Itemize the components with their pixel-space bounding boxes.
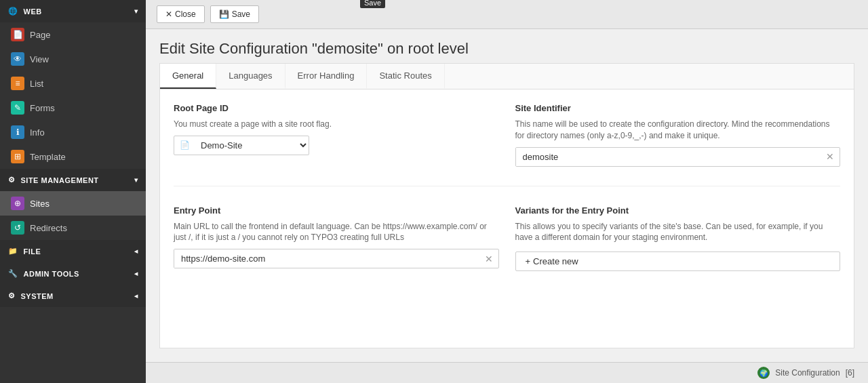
save-label: Save bbox=[232, 9, 250, 19]
close-label: Close bbox=[175, 9, 196, 19]
entry-point-clear-button[interactable]: ✕ bbox=[479, 251, 498, 267]
sidebar-item-page-label: Page bbox=[30, 30, 50, 40]
sidebar-item-forms[interactable]: ✎ Forms bbox=[0, 96, 146, 120]
close-button[interactable]: ✕ Close bbox=[157, 5, 205, 23]
tab-error-handling[interactable]: Error Handling bbox=[285, 64, 368, 89]
web-chevron-icon: ▾ bbox=[134, 7, 138, 15]
root-page-id-select[interactable]: Demo-Site bbox=[195, 136, 309, 155]
footer-label: Site Configuration bbox=[775, 368, 840, 378]
system-chevron-icon: ◂ bbox=[134, 292, 138, 300]
sidebar-item-view-label: View bbox=[30, 54, 49, 64]
page-icon: 📄 bbox=[11, 28, 24, 41]
sidebar-section-admin-tools[interactable]: 🔧 ADMIN TOOLS ◂ bbox=[0, 262, 146, 285]
root-page-id-label: Root Page ID bbox=[174, 103, 499, 113]
sidebar-item-view[interactable]: 👁 View bbox=[0, 47, 146, 71]
site-identifier-input[interactable] bbox=[516, 148, 821, 166]
sidebar-item-sites-label: Sites bbox=[30, 199, 50, 209]
content-area: General Languages Error Handling Static … bbox=[159, 63, 854, 348]
template-icon: ⊞ bbox=[11, 150, 24, 163]
variants-label: Variants for the Entry Point bbox=[515, 205, 841, 216]
sidebar-item-info-label: Info bbox=[30, 127, 45, 138]
site-management-section-icon: ⚙ bbox=[8, 176, 16, 184]
page-select-icon: 📄 bbox=[174, 136, 195, 154]
sidebar-section-file[interactable]: 📁 FILE ◂ bbox=[0, 240, 146, 262]
footer-site-icon: 🌍 bbox=[757, 367, 770, 379]
sidebar-item-list-label: List bbox=[30, 79, 43, 89]
forms-icon: ✎ bbox=[11, 101, 24, 115]
sidebar-section-system-label: SYSTEM bbox=[21, 292, 54, 300]
sidebar-item-page[interactable]: 📄 Page bbox=[0, 22, 146, 47]
file-chevron-icon: ◂ bbox=[134, 247, 138, 255]
form-section-variants: Variants for the Entry Point This allows… bbox=[515, 205, 841, 272]
create-new-icon: + bbox=[526, 256, 531, 266]
toolbar: ✕ Close 💾 Save Save bbox=[146, 0, 868, 29]
footer-count: [6] bbox=[846, 368, 854, 378]
web-section-icon: 🌐 bbox=[8, 7, 18, 16]
sidebar-item-template[interactable]: ⊞ Template bbox=[0, 144, 146, 169]
entry-point-input-wrapper: ✕ bbox=[174, 249, 499, 268]
site-identifier-label: Site Identifier bbox=[515, 103, 841, 113]
form-section-site-identifier: Site Identifier This name will be used t… bbox=[515, 103, 841, 167]
variants-description: This allows you to specify variants of t… bbox=[515, 221, 841, 244]
sidebar-item-redirects[interactable]: ↺ Redirects bbox=[0, 216, 146, 240]
admin-tools-chevron-icon: ◂ bbox=[134, 270, 138, 277]
tab-static-routes[interactable]: Static Routes bbox=[367, 64, 444, 89]
entry-point-input[interactable] bbox=[174, 249, 479, 268]
file-section-icon: 📁 bbox=[8, 247, 18, 256]
site-identifier-clear-button[interactable]: ✕ bbox=[821, 148, 840, 165]
list-icon: ≡ bbox=[11, 77, 24, 90]
create-new-label: Create new bbox=[533, 256, 578, 266]
create-new-button[interactable]: + Create new bbox=[515, 251, 841, 271]
sidebar-section-web[interactable]: 🌐 WEB ▾ bbox=[0, 0, 146, 22]
close-icon: ✕ bbox=[165, 9, 172, 19]
sidebar-section-site-management[interactable]: ⚙ SITE MANAGEMENT ▾ bbox=[0, 169, 146, 191]
redirects-icon: ↺ bbox=[11, 221, 24, 235]
view-icon: 👁 bbox=[11, 52, 24, 66]
site-identifier-input-wrapper: ✕ bbox=[515, 147, 841, 167]
sidebar-item-redirects-label: Redirects bbox=[30, 223, 67, 233]
info-icon: ℹ bbox=[11, 125, 24, 139]
tab-general[interactable]: General bbox=[160, 64, 216, 89]
save-tooltip: Save bbox=[360, 0, 385, 8]
sidebar-item-list[interactable]: ≡ List bbox=[0, 71, 146, 96]
form-divider bbox=[174, 186, 840, 186]
tab-languages[interactable]: Languages bbox=[216, 64, 285, 89]
admin-tools-section-icon: 🔧 bbox=[8, 269, 18, 278]
footer-bar: 🌍 Site Configuration [6] bbox=[146, 362, 868, 383]
form-section-entry-point: Entry Point Main URL to call the fronten… bbox=[174, 205, 499, 272]
entry-point-description: Main URL to call the frontend in default… bbox=[174, 221, 499, 244]
sidebar-section-system[interactable]: ⚙ SYSTEM ◂ bbox=[0, 285, 146, 307]
page-title: Edit Site Configuration "demosite" on ro… bbox=[146, 29, 868, 63]
sidebar-item-sites[interactable]: ⊕ Sites bbox=[0, 191, 146, 216]
sidebar-section-admin-tools-label: ADMIN TOOLS bbox=[24, 270, 79, 278]
root-page-id-select-wrapper: 📄 Demo-Site bbox=[174, 136, 309, 155]
sidebar-item-template-label: Template bbox=[30, 152, 66, 162]
site-identifier-description: This name will be used to create the con… bbox=[515, 119, 841, 142]
save-icon: 💾 bbox=[219, 9, 229, 19]
sidebar-section-site-management-label: SITE MANAGEMENT bbox=[21, 176, 99, 184]
form-section-root-page-id: Root Page ID You must create a page with… bbox=[174, 103, 499, 167]
sidebar: 🌐 WEB ▾ 📄 Page 👁 View ≡ List ✎ Forms ℹ I… bbox=[0, 0, 146, 383]
save-button[interactable]: 💾 Save bbox=[210, 5, 259, 23]
sidebar-section-file-label: FILE bbox=[24, 247, 41, 256]
sites-icon: ⊕ bbox=[11, 197, 24, 210]
tab-bar: General Languages Error Handling Static … bbox=[160, 64, 854, 89]
root-page-id-description: You must create a page with a site root … bbox=[174, 119, 499, 130]
sidebar-section-web-label: WEB bbox=[24, 7, 42, 16]
sidebar-item-info[interactable]: ℹ Info bbox=[0, 120, 146, 144]
sidebar-item-forms-label: Forms bbox=[30, 103, 55, 113]
form-body: Root Page ID You must create a page with… bbox=[160, 89, 854, 285]
site-management-chevron-icon: ▾ bbox=[134, 176, 138, 184]
system-section-icon: ⚙ bbox=[8, 291, 16, 300]
entry-point-label: Entry Point bbox=[174, 205, 499, 216]
main-content: ✕ Close 💾 Save Save Edit Site Configurat… bbox=[146, 0, 868, 383]
